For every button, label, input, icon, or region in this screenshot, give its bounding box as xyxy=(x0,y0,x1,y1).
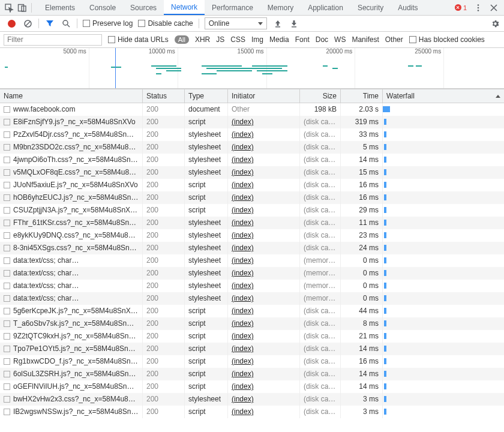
cell-initiator-link[interactable]: (index) xyxy=(232,294,254,302)
hide-data-urls-checkbox[interactable]: Hide data URLs xyxy=(108,35,169,44)
has-blocked-cookies-checkbox[interactable]: Has blocked cookies xyxy=(409,35,485,44)
table-row[interactable]: v5MQLxOF8qE.css?_nc_x=58M4u8…200styleshe… xyxy=(0,166,504,179)
toggle-device-icon[interactable] xyxy=(16,1,29,14)
col-header-type[interactable]: Type xyxy=(185,89,228,103)
filter-type-ws[interactable]: WS xyxy=(334,35,346,44)
table-row[interactable]: FThr_61tKSr.css?_nc_x=58M4u8Sn…200styles… xyxy=(0,217,504,229)
cell-initiator-link[interactable]: (index) xyxy=(232,319,254,328)
tab-memory[interactable]: Memory xyxy=(260,0,301,15)
cell-initiator-link[interactable]: (index) xyxy=(232,344,254,353)
table-row[interactable]: JUoNf5axiuE.js?_nc_x=58M4u8SnXVo200scrip… xyxy=(0,179,504,191)
col-header-time[interactable]: Time xyxy=(341,89,383,103)
table-row[interactable]: www.facebook.com200documentOther198 kB2.… xyxy=(0,103,504,116)
inspect-element-icon[interactable] xyxy=(2,1,16,14)
table-row[interactable]: 5g6erKcpeJK.js?_nc_x=58M4u8SnXVo200scrip… xyxy=(0,305,504,317)
cell-initiator-link[interactable]: (index) xyxy=(232,231,254,239)
cell-initiator-link[interactable]: (index) xyxy=(232,181,254,189)
table-row[interactable]: e8ykKUy9DNQ.css?_nc_x=58M4u8…200styleshe… xyxy=(0,229,504,242)
filter-input[interactable] xyxy=(4,34,102,46)
table-row[interactable]: data:text/css; char…200stylesheet(index)… xyxy=(0,280,504,292)
col-header-name[interactable]: Name xyxy=(0,89,143,103)
filter-type-css[interactable]: CSS xyxy=(230,35,245,44)
cell-initiator-link[interactable]: (index) xyxy=(232,269,254,277)
filter-type-js[interactable]: JS xyxy=(216,35,224,44)
filter-type-doc[interactable]: Doc xyxy=(316,35,328,44)
table-row[interactable]: Tpo7Pe1OYt5.js?_nc_x=58M4u8Sn…200script(… xyxy=(0,343,504,355)
close-devtools-icon[interactable] xyxy=(487,1,500,14)
tab-elements[interactable]: Elements xyxy=(38,0,82,15)
cell-type: stylesheet xyxy=(185,229,228,242)
cell-initiator-link[interactable]: (index) xyxy=(232,168,254,176)
cell-initiator-link[interactable]: (index) xyxy=(232,256,254,265)
grid-body[interactable]: www.facebook.com200documentOther198 kB2.… xyxy=(0,103,504,432)
table-row[interactable]: data:text/css; char…200stylesheet(index)… xyxy=(0,292,504,305)
filter-toggle-icon[interactable] xyxy=(44,18,55,29)
cell-status: 200 xyxy=(143,229,185,242)
filter-type-media[interactable]: Media xyxy=(269,35,289,44)
disable-cache-checkbox[interactable]: Disable cache xyxy=(138,19,193,28)
table-row[interactable]: 4jwnpOi6oTh.css?_nc_x=58M4u8Sn…200styles… xyxy=(0,154,504,166)
filter-type-manifest[interactable]: Manifest xyxy=(352,35,379,44)
cell-initiator-link[interactable]: (index) xyxy=(232,407,254,416)
col-header-size[interactable]: Size xyxy=(300,89,341,103)
filter-type-font[interactable]: Font xyxy=(295,35,310,44)
table-row[interactable]: hOB6yhzEUCJ.js?_nc_x=58M4u8Sn…200script(… xyxy=(0,191,504,204)
throttling-select[interactable]: Online xyxy=(205,17,268,29)
cell-initiator-link[interactable]: (index) xyxy=(232,281,254,290)
table-row[interactable]: data:text/css; char…200stylesheet(index)… xyxy=(0,254,504,267)
table-row[interactable]: bwHX2vHw2x3.css?_nc_x=58M4u8…200styleshe… xyxy=(0,393,504,406)
cell-initiator-link[interactable]: (index) xyxy=(232,118,254,126)
table-row[interactable]: Rg1bxwCDO_f.js?_nc_x=58M4u8Sn…200script(… xyxy=(0,355,504,368)
preserve-log-checkbox[interactable]: Preserve log xyxy=(83,19,133,28)
cell-initiator-link[interactable]: (index) xyxy=(232,206,254,214)
tab-application[interactable]: Application xyxy=(301,0,350,15)
col-header-initiator[interactable]: Initiator xyxy=(228,89,300,103)
table-row[interactable]: oGEFlNViIUH.js?_nc_x=58M4u8SnXVo200scrip… xyxy=(0,380,504,393)
cell-initiator-link[interactable]: (index) xyxy=(232,357,254,365)
upload-har-icon[interactable] xyxy=(272,18,283,29)
table-row[interactable]: data:text/css; char…200stylesheet(index)… xyxy=(0,267,504,280)
cell-initiator-link[interactable]: (index) xyxy=(232,143,254,151)
table-row[interactable]: M9bn23SDO2c.css?_nc_x=58M4u8…200styleshe… xyxy=(0,141,504,154)
table-row[interactable]: CSUZptjjN3A.js?_nc_x=58M4u8SnXVo200scrip… xyxy=(0,204,504,217)
table-row[interactable]: PzZxvl54Djr.css?_nc_x=58M4u8SnXVo200styl… xyxy=(0,128,504,141)
col-header-status[interactable]: Status xyxy=(143,89,185,103)
tab-audits[interactable]: Audits xyxy=(391,0,425,15)
search-icon[interactable] xyxy=(61,18,71,29)
col-header-waterfall[interactable]: Waterfall xyxy=(383,89,504,103)
cell-initiator-link[interactable]: (index) xyxy=(232,332,254,340)
cell-initiator-link[interactable]: (index) xyxy=(232,244,254,252)
table-row[interactable]: 6olSuL3ZSRH.js?_nc_x=58M4u8Sn…200script(… xyxy=(0,368,504,380)
table-row[interactable]: 9Z2tQTC9kxH.js?_nc_x=58M4u8Sn…200script(… xyxy=(0,330,504,343)
filter-type-img[interactable]: Img xyxy=(251,35,263,44)
cell-initiator-link[interactable]: (index) xyxy=(232,382,254,391)
record-button[interactable] xyxy=(6,18,17,29)
tab-sources[interactable]: Sources xyxy=(123,0,164,15)
cell-initiator-link[interactable]: (index) xyxy=(232,155,254,164)
cell-initiator-link[interactable]: (index) xyxy=(232,370,254,378)
tab-network[interactable]: Network xyxy=(164,0,205,15)
filter-type-all[interactable]: All xyxy=(175,35,189,44)
filter-type-xhr[interactable]: XHR xyxy=(195,35,210,44)
cell-status: 200 xyxy=(143,355,185,368)
tab-security[interactable]: Security xyxy=(350,0,391,15)
error-indicator[interactable]: 1 xyxy=(452,4,469,11)
table-row[interactable]: E8iFznSjfY9.js?_nc_x=58M4u8SnXVo200scrip… xyxy=(0,116,504,128)
cell-initiator-link[interactable]: (index) xyxy=(232,307,254,315)
cell-initiator-link[interactable]: (index) xyxy=(232,218,254,227)
table-row[interactable]: IB2wgswNSSw.js?_nc_x=58M4u8Sn…200script(… xyxy=(0,406,504,418)
cell-initiator-link[interactable]: (index) xyxy=(232,193,254,202)
cell-initiator-link[interactable]: (index) xyxy=(232,395,254,403)
clear-button[interactable] xyxy=(22,18,33,29)
waterfall-bar-icon xyxy=(384,257,386,263)
filter-type-other[interactable]: Other xyxy=(385,35,403,44)
tab-console[interactable]: Console xyxy=(82,0,123,15)
table-row[interactable]: 8-3ni45XSgs.css?_nc_x=58M4u8Sn…200styles… xyxy=(0,242,504,254)
tab-performance[interactable]: Performance xyxy=(205,0,260,15)
kebab-menu-icon[interactable] xyxy=(472,1,485,14)
table-row[interactable]: T_a6oSbv7sk.js?_nc_x=58M4u8SnXVo200scrip… xyxy=(0,317,504,330)
network-overview-strip[interactable]: 5000 ms10000 ms15000 ms20000 ms25000 ms xyxy=(0,48,504,89)
cell-initiator-link[interactable]: (index) xyxy=(232,130,254,139)
download-har-icon[interactable] xyxy=(289,18,299,29)
settings-gear-icon[interactable] xyxy=(490,18,500,29)
